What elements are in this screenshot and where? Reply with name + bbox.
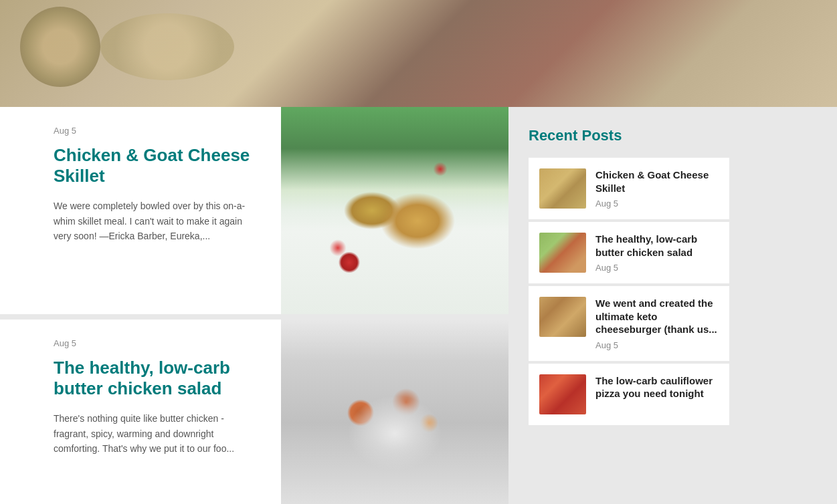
recent-post-date-3: Aug 5 — [595, 340, 719, 350]
post-title-2[interactable]: The healthy, low-carb butter chicken sal… — [54, 358, 261, 399]
main-content: Aug 5 Chicken & Goat Cheese Skillet We w… — [0, 107, 508, 504]
recent-post-info-1: Chicken & Goat Cheese Skillet Aug 5 — [595, 168, 719, 209]
post-excerpt-1: We were completely bowled over by this o… — [54, 199, 261, 243]
recent-thumb-2 — [539, 233, 586, 273]
post-image-1[interactable] — [281, 107, 508, 314]
recent-post-title-2: The healthy, low-carb butter chicken sal… — [595, 233, 719, 259]
hero-background — [0, 0, 837, 107]
post-title-1[interactable]: Chicken & Goat Cheese Skillet — [54, 145, 261, 186]
post-text-chicken-goat: Aug 5 Chicken & Goat Cheese Skillet We w… — [0, 107, 281, 314]
recent-post-title-3: We went and created the ultimate keto ch… — [595, 297, 719, 336]
recent-post-info-4: The low-carb cauliflower pizza you need … — [595, 374, 719, 404]
sidebar-title: Recent Posts — [529, 127, 729, 144]
recent-post-item-1[interactable]: Chicken & Goat Cheese Skillet Aug 5 — [529, 158, 729, 219]
recent-thumb-1 — [539, 168, 586, 209]
recent-post-info-3: We went and created the ultimate keto ch… — [595, 297, 719, 350]
post-date-2: Aug 5 — [54, 338, 261, 348]
recent-post-date-2: Aug 5 — [595, 263, 719, 273]
recent-post-date-1: Aug 5 — [595, 199, 719, 209]
recent-thumb-img-2 — [539, 233, 586, 273]
recent-post-title-4: The low-carb cauliflower pizza you need … — [595, 374, 719, 400]
post-excerpt-2: There's nothing quite like butter chicke… — [54, 411, 261, 456]
recent-post-item-2[interactable]: The healthy, low-carb butter chicken sal… — [529, 222, 729, 283]
post-date-1: Aug 5 — [54, 126, 261, 136]
post-card-chicken-goat: Aug 5 Chicken & Goat Cheese Skillet We w… — [0, 107, 508, 314]
post-image-2[interactable] — [281, 320, 508, 504]
recent-thumb-img-1 — [539, 168, 586, 209]
post-card-butter-chicken: Aug 5 The healthy, low-carb butter chick… — [0, 320, 508, 504]
sidebar: Recent Posts Chicken & Goat Cheese Skill… — [508, 107, 743, 504]
recent-post-title-1: Chicken & Goat Cheese Skillet — [595, 168, 719, 195]
recent-thumb-4 — [539, 374, 586, 414]
recent-thumb-img-3 — [539, 297, 586, 337]
recent-thumb-img-4 — [539, 374, 586, 414]
recent-post-item-4[interactable]: The low-carb cauliflower pizza you need … — [529, 364, 729, 425]
post-text-butter-chicken: Aug 5 The healthy, low-carb butter chick… — [0, 320, 281, 504]
recent-thumb-3 — [539, 297, 586, 337]
page-layout: Aug 5 Chicken & Goat Cheese Skillet We w… — [0, 107, 837, 504]
recent-post-item-3[interactable]: We went and created the ultimate keto ch… — [529, 286, 729, 361]
recent-post-info-2: The healthy, low-carb butter chicken sal… — [595, 233, 719, 273]
